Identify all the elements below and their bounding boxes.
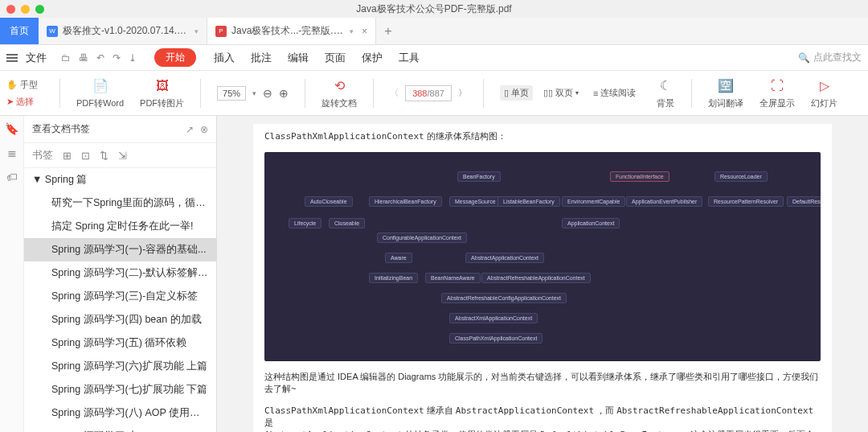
home-tab[interactable]: 首页 (0, 18, 39, 44)
tree-item[interactable]: Spring 源码学习(八) AOP 使用和... (24, 401, 216, 425)
close-tab-icon[interactable]: × (362, 26, 367, 37)
quick-icons: 🗀 🖶 ↶ ↷ ⤓ (61, 52, 137, 64)
search-box[interactable]: 🔍 点此查找文 (798, 51, 862, 64)
menu-page[interactable]: 页面 (325, 51, 346, 65)
pdf-to-word-button[interactable]: 📄 PDF转Word (76, 77, 124, 109)
tab-dropdown-icon[interactable]: ▾ (194, 27, 199, 35)
view-single[interactable]: ▯单页 (500, 85, 533, 101)
tree-item[interactable]: Spring 源码学习(九) Transaction ... (24, 425, 216, 432)
document-view[interactable]: ClassPathXmlApplicationContext 的继承体系结构图：… (217, 116, 868, 432)
play-icon: ▷ (815, 77, 834, 95)
tree-item[interactable]: Spring 源码学习(二)-默认标签解析 (24, 261, 216, 285)
divider (200, 79, 201, 108)
view-double[interactable]: ▯▯双页▾ (539, 85, 583, 101)
word-file-icon: W (47, 26, 58, 37)
tag-rail-icon[interactable]: 🏷 (6, 171, 18, 183)
tree-item[interactable]: 搞定 Spring 定时任务在此一举! (24, 215, 216, 238)
translate-icon: 🈳 (716, 77, 735, 95)
menu-items: 插入 批注 编辑 页面 保护 工具 (214, 51, 420, 65)
pdf-to-image-button[interactable]: 🖼 PDF转图片 (140, 77, 184, 109)
doc-tab-0[interactable]: W 极客推文-v1.0-2020.07.14.c... ▾ (39, 18, 207, 44)
menu-protect[interactable]: 保护 (362, 51, 383, 65)
slideshow-button[interactable]: ▷ 幻灯片 (811, 77, 837, 109)
bookmark-tab-label[interactable]: 书签 (32, 148, 53, 163)
fullscreen-button[interactable]: ⛶ 全屏显示 (760, 77, 795, 109)
tree-item[interactable]: Spring 源码学习(三)-自定义标签 (24, 285, 216, 308)
prev-page-icon[interactable]: 〈 (390, 87, 399, 99)
fullscreen-icon: ⛶ (768, 77, 787, 95)
tree-item[interactable]: 研究一下Spring里面的源码，循环... (24, 191, 216, 215)
tree-root[interactable]: ▼ Spring 篇 (24, 168, 216, 191)
pdf-file-icon: P (215, 26, 227, 37)
tree-item[interactable]: Spring 源码学习(四) bean 的加载 (24, 308, 216, 331)
pdf-image-icon: 🖼 (153, 77, 172, 95)
list-rail-icon[interactable]: ≣ (7, 146, 17, 159)
titlebar: Java极客技术公众号PDF-完整版.pdf (0, 0, 868, 18)
select-tool[interactable]: ➤选择 (6, 96, 43, 108)
page-content: ClassPathXmlApplicationContext 的继承体系结构图：… (253, 124, 832, 432)
start-tab[interactable]: 开始 (154, 48, 196, 67)
close-window-icon[interactable] (6, 5, 15, 14)
close-sidebar-icon[interactable]: ⊗ (200, 124, 208, 135)
chevron-down-icon[interactable]: ▾ (252, 89, 256, 97)
save-icon[interactable]: ⤓ (129, 52, 137, 64)
tree-item[interactable]: Spring 源码学习(七)扩展功能 下篇 (24, 378, 216, 401)
mode-col: ✋手型 ➤选择 (6, 79, 43, 108)
maximize-window-icon[interactable] (35, 5, 44, 14)
redo-icon[interactable]: ↷ (113, 52, 121, 64)
text-line: ClassPathXmlApplicationContext 的继承体系结构图： (264, 130, 821, 142)
zoom-out-icon[interactable]: ⊖ (263, 87, 272, 100)
menu-annotate[interactable]: 批注 (251, 51, 272, 65)
tree-item[interactable]: Spring 源码学习(六)扩展功能 上篇 (24, 355, 216, 378)
outline-icon[interactable]: ⊡ (81, 150, 90, 162)
sort-icon[interactable]: ⇅ (100, 150, 108, 162)
view-continuous[interactable]: ≡连续阅读 (589, 85, 640, 101)
next-page-icon[interactable]: 〉 (458, 87, 467, 99)
import-icon[interactable]: ⇲ (118, 150, 127, 162)
rotate-button[interactable]: ⟲ 旋转文档 (321, 77, 357, 109)
doc-tab-label: 极客推文-v1.0-2020.07.14.c... (63, 24, 190, 38)
tabbar: 首页 W 极客推文-v1.0-2020.07.14.c... ▾ P Java极… (0, 18, 868, 45)
menu-edit[interactable]: 编辑 (288, 51, 309, 65)
tab-dropdown-icon[interactable]: ▾ (350, 27, 354, 35)
open-icon[interactable]: 🗀 (61, 52, 71, 64)
divider (305, 79, 305, 108)
add-bookmark-icon[interactable]: ⊞ (63, 150, 72, 162)
tree-item[interactable]: Spring 源码学习(一)-容器的基础... (24, 238, 216, 261)
menubar: 文件 🗀 🖶 ↶ ↷ ⤓ 开始 插入 批注 编辑 页面 保护 工具 🔍 点此查找… (0, 45, 868, 71)
text-line: ClassPathXmlApplicationContext 继承自 Abstr… (264, 405, 821, 429)
menu-insert[interactable]: 插入 (214, 51, 235, 65)
sidebar-header: 查看文档书签 ↗ ⊗ (24, 116, 216, 143)
doc-tab-1[interactable]: P Java极客技术...-完整版.pdf ▾ × (207, 18, 376, 44)
traffic-lights (6, 5, 44, 14)
search-icon: 🔍 (798, 52, 810, 64)
zoom-level[interactable]: 75% (217, 86, 246, 101)
divider (483, 79, 484, 108)
window-title: Java极客技术公众号PDF-完整版.pdf (356, 2, 511, 16)
text-para: 这种结构图是通过 IDEA 编辑器的 Diagrams 功能展示的，对当前类右键… (264, 371, 821, 395)
hand-tool[interactable]: ✋手型 (6, 79, 43, 91)
bookmark-rail-icon[interactable]: 🔖 (5, 122, 18, 135)
zoom-in-icon[interactable]: ⊕ (279, 87, 289, 100)
popout-icon[interactable]: ↗ (186, 124, 194, 135)
bookmark-tree[interactable]: ▼ Spring 篇 研究一下Spring里面的源码，循环...搞定 Sprin… (24, 168, 216, 432)
hamburger-icon[interactable] (6, 54, 18, 62)
new-tab-button[interactable]: + (376, 24, 400, 39)
hand-icon: ✋ (6, 80, 18, 90)
single-page-icon: ▯ (504, 88, 509, 98)
minimize-window-icon[interactable] (21, 5, 30, 14)
background-button[interactable]: ☾ 背景 (656, 77, 675, 109)
undo-icon[interactable]: ↶ (96, 52, 104, 64)
doc-tab-label: Java极客技术...-完整版.pdf (231, 24, 345, 38)
menu-tools[interactable]: 工具 (399, 51, 420, 65)
page-input[interactable]: 388/887 (405, 85, 452, 101)
print-icon[interactable]: 🖶 (79, 52, 88, 64)
translate-button[interactable]: 🈳 划词翻译 (708, 77, 743, 109)
tree-item[interactable]: Spring 源码学习(五) 循环依赖 (24, 331, 216, 355)
continuous-icon: ≡ (593, 88, 598, 98)
divider (691, 79, 692, 108)
divider (59, 79, 60, 108)
file-menu[interactable]: 文件 (24, 51, 48, 65)
divider (373, 79, 374, 108)
bookmark-sidebar: 查看文档书签 ↗ ⊗ 书签 ⊞ ⊡ ⇅ ⇲ ▼ Spring 篇 研究一下Spr… (24, 116, 217, 432)
